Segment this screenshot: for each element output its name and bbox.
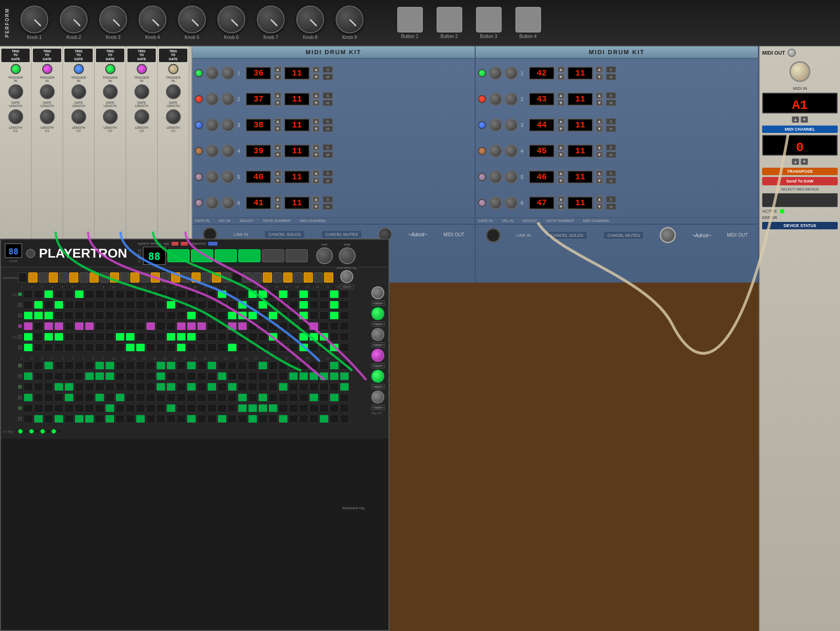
seq-step-2-3-29[interactable] xyxy=(319,393,329,402)
seq-step-1-4-10[interactable] xyxy=(126,333,135,341)
seq-step-1-2-6[interactable] xyxy=(85,311,94,320)
seq-step-2-1-9[interactable] xyxy=(115,372,125,380)
seq-step-1-2-4[interactable] xyxy=(64,311,74,320)
seq-step-1-2-27[interactable] xyxy=(299,311,308,320)
dk2-ch-up-6[interactable]: ▲ xyxy=(596,196,603,202)
db-step-21[interactable] xyxy=(232,272,242,283)
seq-step-1-5-12[interactable] xyxy=(146,343,155,352)
seq-step-2-4-4[interactable] xyxy=(64,404,74,412)
dk1-knob-2b[interactable] xyxy=(222,93,235,106)
downbeat-steps[interactable] xyxy=(18,272,333,283)
seq-step-1-1-7[interactable] xyxy=(95,301,104,309)
knob-9[interactable] xyxy=(336,6,363,33)
seq-step-1-0-28[interactable] xyxy=(309,290,318,298)
midi-device-selector[interactable] xyxy=(762,193,838,207)
seq-step-1-0-1[interactable] xyxy=(34,290,43,298)
seq-step-2-5-2[interactable] xyxy=(44,415,53,423)
seq-step-2-5-6[interactable] xyxy=(85,415,94,423)
seq-step-1-0-19[interactable] xyxy=(217,290,227,298)
seq-step-2-0-31[interactable] xyxy=(340,361,349,370)
seq-step-2-1-26[interactable] xyxy=(289,372,298,380)
seq-step-1-3-2[interactable] xyxy=(44,322,53,330)
seq-step-2-3-1[interactable] xyxy=(34,393,43,402)
seq-step-2-4-14[interactable] xyxy=(166,404,176,412)
seq-step-1-5-26[interactable] xyxy=(289,343,298,352)
seq-step-1-5-0[interactable] xyxy=(24,343,33,352)
seq-step-2-2-26[interactable] xyxy=(289,383,298,391)
dk1-down-3[interactable]: ▼ xyxy=(274,126,281,132)
dk2-s-4[interactable]: S xyxy=(606,144,616,151)
seq-step-2-0-6[interactable] xyxy=(85,361,94,370)
dk1-knob-3a[interactable] xyxy=(206,119,219,132)
dk2-knob-3a[interactable] xyxy=(489,119,502,132)
dk1-down-6[interactable]: ▼ xyxy=(274,203,281,210)
seq-step-1-0-7[interactable] xyxy=(95,290,104,298)
dk1-up-5[interactable]: ▲ xyxy=(274,170,281,177)
seq-step-2-1-2[interactable] xyxy=(44,372,53,380)
seq-step-2-0-0[interactable] xyxy=(24,361,33,370)
seq-step-1-4-7[interactable] xyxy=(95,333,104,341)
seq-step-2-4-21[interactable] xyxy=(238,404,247,412)
seq-step-2-1-31[interactable] xyxy=(340,372,349,380)
seq-step-1-2-28[interactable] xyxy=(309,311,318,320)
seq-step-2-0-5[interactable] xyxy=(75,361,84,370)
seq-step-1-3-25[interactable] xyxy=(279,322,288,330)
seq-step-1-5-2[interactable] xyxy=(44,343,53,352)
seq-step-1-1-15[interactable] xyxy=(177,301,186,309)
seq-step-1-4-26[interactable] xyxy=(289,333,298,341)
trig-knob-len-5[interactable] xyxy=(134,109,149,124)
seq-step-2-4-23[interactable] xyxy=(258,404,267,412)
seq-step-1-4-30[interactable] xyxy=(330,333,339,341)
midi-trans-up[interactable]: ▲ xyxy=(792,158,799,165)
seq-step-2-1-30[interactable] xyxy=(330,372,339,380)
seq-step-1-0-24[interactable] xyxy=(268,290,278,298)
seq-step-1-3-9[interactable] xyxy=(115,322,125,330)
knob-4[interactable] xyxy=(139,6,166,33)
dk1-knob-6a[interactable] xyxy=(206,196,219,209)
db-step-25[interactable] xyxy=(273,272,282,283)
seq-step-2-2-27[interactable] xyxy=(299,383,308,391)
seq-step-1-2-13[interactable] xyxy=(156,311,165,320)
seq-step-2-2-15[interactable] xyxy=(177,383,186,391)
dk1-cancel-mutes[interactable]: CANCEL MUTES xyxy=(321,230,362,239)
seq-step-1-3-1[interactable] xyxy=(34,322,43,330)
dk2-knob-2a[interactable] xyxy=(489,93,502,106)
seq-step-2-4-1[interactable] xyxy=(34,404,43,412)
seq-step-1-2-30[interactable] xyxy=(330,311,339,320)
seq-step-2-1-17[interactable] xyxy=(197,372,206,380)
seq-step-1-2-1[interactable] xyxy=(34,311,43,320)
seq-step-1-5-22[interactable] xyxy=(248,343,257,352)
seq-step-2-1-25[interactable] xyxy=(279,372,288,380)
seq-step-2-5-28[interactable] xyxy=(309,415,318,423)
seq-step-1-3-24[interactable] xyxy=(268,322,278,330)
seq-step-1-1-21[interactable] xyxy=(238,301,247,309)
seq-step-2-1-20[interactable] xyxy=(228,372,237,380)
seq-step-2-2-9[interactable] xyxy=(115,383,125,391)
dk2-m-4[interactable]: M xyxy=(606,151,616,158)
seq-step-2-4-2[interactable] xyxy=(44,404,53,412)
seq-step-2-2-12[interactable] xyxy=(146,383,155,391)
seq-step-2-4-16[interactable] xyxy=(187,404,196,412)
dk1-s-2[interactable]: S xyxy=(323,92,333,99)
db-step-9[interactable] xyxy=(110,272,119,283)
seq-step-2-3-15[interactable] xyxy=(177,393,186,402)
seq-step-2-3-4[interactable] xyxy=(64,393,74,402)
dk2-s-2[interactable]: S xyxy=(606,92,616,99)
dk1-s-4[interactable]: S xyxy=(323,144,333,151)
dk2-m-1[interactable]: M xyxy=(606,74,616,80)
seq-step-2-4-25[interactable] xyxy=(279,404,288,412)
seq-step-2-5-11[interactable] xyxy=(136,415,145,423)
db-step-14[interactable] xyxy=(161,272,170,283)
seq-step-2-5-7[interactable] xyxy=(95,415,104,423)
seq-step-1-1-10[interactable] xyxy=(126,301,135,309)
seq-step-2-0-24[interactable] xyxy=(268,361,278,370)
seq-btn-2[interactable] xyxy=(191,249,213,262)
dk2-ch-down-6[interactable]: ▼ xyxy=(596,203,603,210)
dk1-knob-1b[interactable] xyxy=(222,67,235,80)
dk2-ch-down-4[interactable]: ▼ xyxy=(596,151,603,158)
label-knob-1[interactable] xyxy=(371,286,384,299)
dk2-knob-3b[interactable] xyxy=(505,119,518,132)
db-step-27[interactable] xyxy=(293,272,303,283)
seq-step-1-2-0[interactable] xyxy=(24,311,33,320)
seq-step-2-1-19[interactable] xyxy=(217,372,227,380)
